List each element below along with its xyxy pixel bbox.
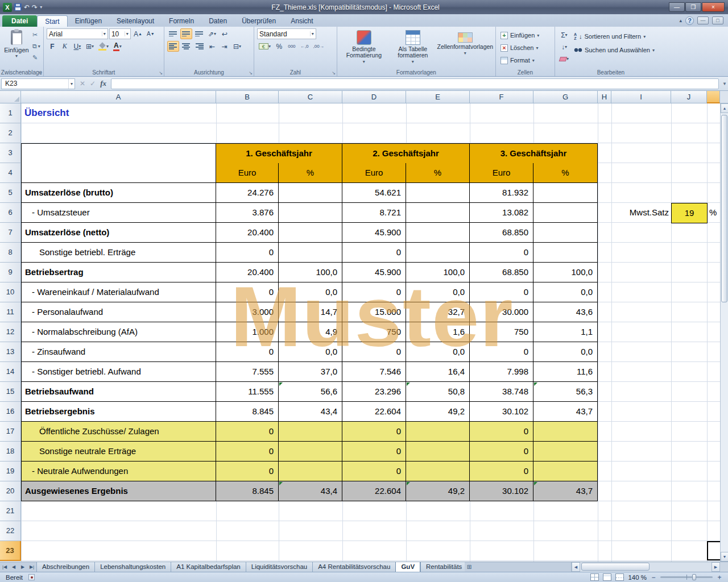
table-cell[interactable]: 750 (342, 322, 406, 342)
euro-subheader[interactable]: Euro (470, 163, 533, 183)
row-label[interactable]: - Neutrale Aufwendungen (21, 462, 216, 481)
table-cell[interactable] (406, 243, 470, 263)
table-cell[interactable]: 8.845 (216, 481, 279, 501)
dialog-launcher-icon[interactable]: ↘ (332, 70, 336, 76)
row-header-3[interactable]: 3 (0, 143, 21, 163)
column-header-B[interactable]: B (216, 91, 279, 103)
tab-einfuegen[interactable]: Einfügen (68, 15, 109, 27)
table-cell[interactable]: 0 (216, 282, 279, 302)
row-header-1[interactable]: 1 (0, 103, 21, 123)
merge-center-icon[interactable]: ⊟▾ (231, 41, 243, 52)
redo-icon[interactable]: ↷ (32, 3, 38, 12)
table-cell[interactable] (533, 223, 598, 243)
table-cell[interactable]: 45.900 (342, 223, 406, 243)
table-cell[interactable]: 0 (470, 462, 533, 481)
table-cell[interactable] (533, 442, 598, 462)
column-header-A[interactable]: A (21, 91, 216, 103)
row-header-5[interactable]: 5 (0, 183, 21, 203)
row-header-14[interactable]: 14 (0, 362, 21, 382)
format-cells-button[interactable]: Format▾ (499, 55, 552, 66)
previous-sheet-icon[interactable]: ◀ (9, 562, 18, 572)
table-cell[interactable]: 22.604 (342, 402, 406, 422)
table-cell[interactable] (406, 203, 470, 223)
row-header-16[interactable]: 16 (0, 402, 21, 422)
sheet-tab-rentabilitaetsvorschau[interactable]: A4 Rentabilitätsvorschau (312, 562, 395, 572)
table-cell[interactable]: 3.876 (216, 203, 279, 223)
table-cell[interactable]: 0 (470, 422, 533, 442)
table-cell[interactable]: 68.850 (470, 263, 533, 282)
align-bottom-icon[interactable] (193, 28, 205, 39)
table-cell[interactable] (406, 223, 470, 243)
close-button[interactable]: × (702, 2, 725, 12)
select-all-button[interactable] (0, 91, 21, 103)
font-name-select[interactable]: Arial▾ (47, 28, 108, 39)
table-cell[interactable]: 0,0 (279, 342, 342, 362)
euro-subheader[interactable]: Euro (342, 163, 406, 183)
sheet-tab-abschreibungen[interactable]: Abschreibungen (36, 562, 94, 572)
borders-button[interactable]: ⊞▾ (84, 41, 96, 52)
expand-formula-bar-icon[interactable]: ▼ (721, 81, 728, 86)
year-header[interactable]: 3. Geschäftsjahr (470, 143, 598, 163)
tab-seitenlayout[interactable]: Seitenlayout (109, 15, 162, 27)
font-size-select[interactable]: 10▾ (109, 28, 131, 39)
row-header-20[interactable]: 20 (0, 481, 21, 501)
fill-button[interactable]: ↓▾ (558, 41, 570, 52)
vat-label-cell[interactable]: Mwst.Satz (611, 203, 669, 223)
column-header-E[interactable]: E (406, 91, 470, 103)
normal-view-icon[interactable] (590, 573, 599, 581)
zoom-out-icon[interactable]: − (651, 573, 656, 581)
scroll-down-icon[interactable]: ▼ (721, 552, 728, 562)
table-cell[interactable]: 20.400 (216, 223, 279, 243)
row-label[interactable]: Betriebsaufwand (21, 382, 216, 402)
align-right-icon[interactable] (193, 41, 205, 52)
column-header-J[interactable]: J (671, 91, 707, 103)
zoom-slider-thumb[interactable] (692, 574, 696, 580)
table-cell[interactable]: 56,6 (279, 382, 342, 402)
row-header-18[interactable]: 18 (0, 442, 21, 462)
sort-filter-button[interactable]: AZ↓ Sortieren und Filtern▾ (574, 31, 655, 42)
row-header-21[interactable]: 21 (0, 501, 21, 521)
table-cell[interactable]: 100,0 (533, 263, 598, 282)
column-header-H[interactable]: H (598, 91, 611, 103)
table-cell[interactable]: 0 (216, 342, 279, 362)
copy-button[interactable]: ⧉▾ (32, 41, 40, 51)
table-cell[interactable]: 49,2 (406, 402, 470, 422)
table-cell[interactable]: 23.296 (342, 382, 406, 402)
align-top-icon[interactable] (167, 28, 179, 39)
table-cell[interactable]: 1,6 (406, 322, 470, 342)
table-cell[interactable]: 11.555 (216, 382, 279, 402)
table-cell[interactable] (279, 203, 342, 223)
autosum-button[interactable]: Σ▾ (558, 30, 570, 40)
vat-value-cell[interactable]: 19 (671, 203, 708, 223)
row-header-2[interactable]: 2 (0, 123, 21, 143)
table-cell[interactable]: 0 (470, 243, 533, 263)
horizontal-scrollbar[interactable]: ◀ ▶ (571, 562, 720, 572)
formula-input[interactable] (111, 78, 719, 89)
column-header-C[interactable]: C (279, 91, 342, 103)
table-cell[interactable]: 0 (216, 422, 279, 442)
table-cell[interactable] (406, 442, 470, 462)
dialog-launcher-icon[interactable]: ↘ (159, 70, 163, 76)
table-cell[interactable]: 0,0 (279, 282, 342, 302)
vertical-scrollbar[interactable]: ▲ ▼ (720, 103, 728, 562)
table-cell[interactable]: 8.845 (216, 402, 279, 422)
find-select-button[interactable]: Suchen und Auswählen▾ (574, 44, 655, 56)
zoom-in-icon[interactable]: + (717, 573, 722, 581)
table-cell[interactable] (533, 203, 598, 223)
row-header-17[interactable]: 17 (0, 422, 21, 442)
tab-start[interactable]: Start (37, 15, 67, 27)
row-header-9[interactable]: 9 (0, 263, 21, 282)
tab-formeln[interactable]: Formeln (162, 15, 201, 27)
table-cell[interactable] (406, 462, 470, 481)
table-cell[interactable]: 38.748 (470, 382, 533, 402)
dialog-launcher-icon[interactable]: ↘ (249, 70, 253, 76)
percent-subheader[interactable]: % (406, 163, 470, 183)
table-corner-cell[interactable] (21, 143, 216, 183)
row-header-8[interactable]: 8 (0, 243, 21, 263)
table-cell[interactable]: 0 (470, 282, 533, 302)
table-cell[interactable]: 32,7 (406, 302, 470, 322)
year-header[interactable]: 2. Geschäftsjahr (342, 143, 470, 163)
table-cell[interactable]: 68.850 (470, 223, 533, 243)
insert-function-icon[interactable]: fx (100, 79, 106, 88)
table-cell[interactable]: 13.082 (470, 203, 533, 223)
